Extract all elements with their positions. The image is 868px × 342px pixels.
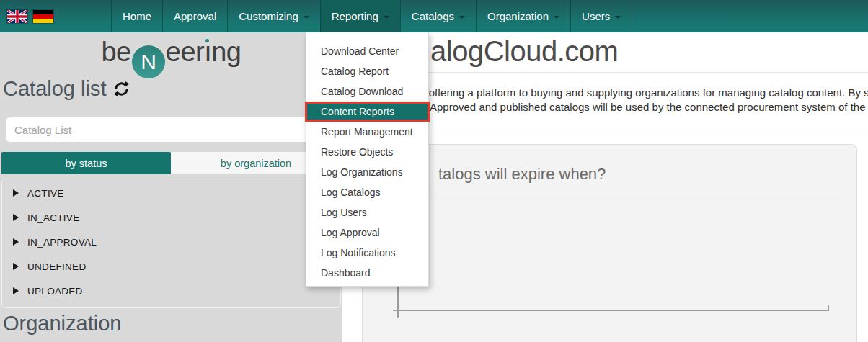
status-list: ACTIVE IN_ACTIVE IN_APPROVAL UNDEFINED U… [1,179,341,308]
expiry-panel-divider [376,192,846,192]
menu-item-log-organizations[interactable]: Log Organizations [306,162,428,182]
status-group-in-approval[interactable]: IN_APPROVAL [2,230,340,254]
triangle-right-icon [13,287,19,294]
menu-item-report-management[interactable]: Report Management [306,122,428,142]
title-divider [362,72,868,73]
nav-item-organization[interactable]: Organization [476,0,570,32]
menu-item-catalog-download[interactable]: Catalog Download [306,81,428,102]
menu-item-log-notifications[interactable]: Log Notifications [306,243,428,263]
chart-y-axis-line [397,286,399,318]
menu-item-download-center[interactable]: Download Center [306,41,428,61]
uk-flag-icon[interactable] [7,10,27,23]
chevron-down-icon [615,16,621,19]
catalog-filter-tabs: by status by organization [1,152,341,174]
nav-item-users[interactable]: Users [570,0,632,32]
chart-x-axis-right-tick [828,305,829,311]
catalog-list-heading: Catalog list [3,77,130,101]
chevron-down-icon [554,16,559,19]
status-group-uploaded[interactable]: UPLOADED [2,279,340,303]
reporting-dropdown-menu: Download Center Catalog Report Catalog D… [306,32,429,287]
chevron-down-icon [304,16,309,19]
logo-n-circle-icon: N [132,45,165,78]
catalog-sidebar: beNeerıng Catalog list by status by orga… [0,32,342,342]
triangle-right-icon [13,263,19,270]
status-group-active[interactable]: ACTIVE [2,181,340,205]
main-nav: Home Approval Customizing Reporting Cata… [111,0,632,32]
nav-item-customizing[interactable]: Customizing [227,0,320,32]
menu-item-content-reports[interactable]: Content Reports [305,102,430,122]
chevron-down-icon [459,16,465,19]
language-switcher [7,10,53,23]
status-group-in-active[interactable]: IN_ACTIVE [2,205,340,230]
organization-section-heading: Organization [3,312,121,336]
expiry-panel-heading: talogs will expire when? [438,165,606,184]
intro-divider [362,127,868,127]
intro-text-line1: s offering a platform to buying and supp… [420,86,868,99]
refresh-icon[interactable] [113,81,130,97]
triangle-right-icon [13,214,19,221]
german-flag-icon[interactable] [33,10,53,23]
page-title: alogCloud.com [430,35,618,68]
expiry-chart-panel [362,144,857,342]
chevron-down-icon [384,16,389,19]
menu-item-log-catalogs[interactable]: Log Catalogs [306,182,428,202]
menu-item-dashboard[interactable]: Dashboard [306,263,428,283]
catalog-list-search-input[interactable] [6,117,340,142]
nav-item-home[interactable]: Home [111,0,162,32]
nav-item-reporting[interactable]: Reporting [320,0,400,32]
intro-text-line2: Approved and published catalogs will be … [430,101,868,113]
nav-item-catalogs[interactable]: Catalogs [400,0,476,32]
tab-by-status[interactable]: by status [1,152,171,174]
top-navbar: Home Approval Customizing Reporting Cata… [0,0,868,32]
triangle-right-icon [13,238,19,246]
chart-x-axis-line [393,310,829,311]
menu-item-restore-objects[interactable]: Restore Objects [306,142,428,162]
nav-item-approval[interactable]: Approval [162,0,227,32]
beneering-logo: beNeerıng [0,37,342,78]
menu-item-log-approval[interactable]: Log Approval [306,222,428,243]
menu-item-catalog-report[interactable]: Catalog Report [306,61,428,81]
menu-item-log-users[interactable]: Log Users [306,202,428,222]
triangle-right-icon [13,189,19,197]
status-group-undefined[interactable]: UNDEFINED [2,254,340,279]
